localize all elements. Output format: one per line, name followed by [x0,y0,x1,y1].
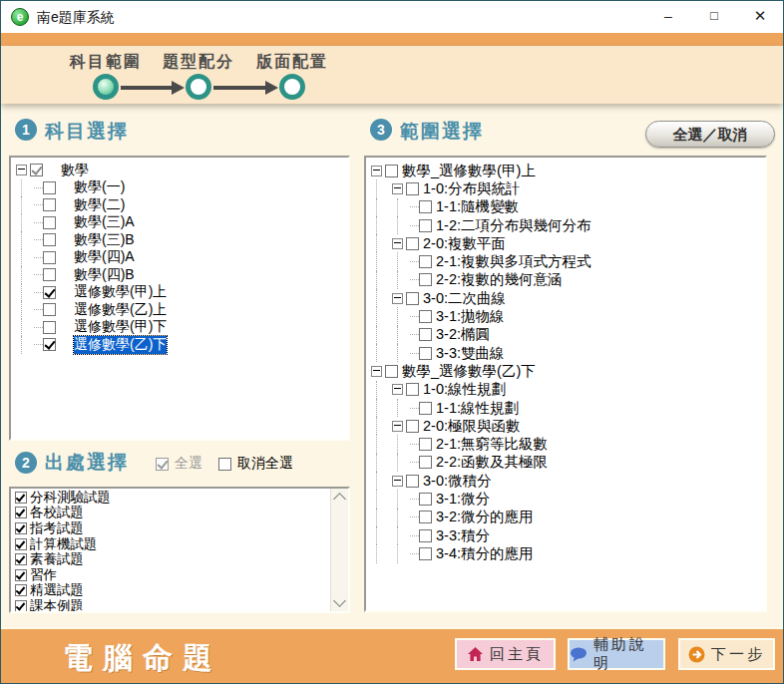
checkbox-icon[interactable] [419,310,432,323]
collapse-icon[interactable] [392,238,403,249]
collapse-icon[interactable] [392,476,403,487]
checkbox-icon[interactable] [15,507,27,518]
checkbox-icon[interactable] [43,198,56,211]
tree-item[interactable]: 1-2:二項分布與幾何分布 [368,216,763,234]
list-item[interactable]: 素養試題 [13,551,346,567]
list-item[interactable]: 課本例題 [13,598,346,613]
select-all-checkbox[interactable]: 全選 [156,455,202,473]
checkbox-icon[interactable] [419,511,432,523]
checkbox-icon[interactable] [15,538,27,550]
checkbox-icon[interactable] [406,237,419,250]
list-item[interactable]: 分科測驗試題 [13,490,346,506]
tree-item[interactable]: 3-0:二次曲線 [368,289,763,307]
checkbox-icon[interactable] [385,165,398,177]
checkbox-icon[interactable] [419,493,432,506]
checkbox-icon[interactable] [419,402,432,415]
tree-item[interactable]: 選修數學(甲)下 [13,319,346,337]
tree-item[interactable]: 1-0:線性規劃 [368,381,763,399]
checkbox-icon[interactable] [406,475,419,488]
list-item[interactable]: 精選試題 [13,583,346,599]
next-button[interactable]: 下一步 [678,638,775,670]
minimize-button[interactable]: – [645,1,691,33]
tree-item[interactable]: 3-4:積分的應用 [368,544,763,562]
tree-item[interactable]: 2-2:複數的幾何意涵 [368,271,763,289]
step-circle-1[interactable] [93,74,119,100]
collapse-icon[interactable] [392,293,403,304]
checkbox-icon[interactable] [15,553,27,565]
checkbox-icon[interactable] [15,569,27,581]
checkbox-icon[interactable] [406,420,419,433]
tree-item[interactable]: 3-1:拋物線 [368,307,763,325]
collapse-icon[interactable] [16,165,27,175]
checkbox-icon[interactable] [43,338,56,351]
tree-item[interactable]: 選修數學(乙)上 [13,301,346,319]
scrollbar[interactable] [330,489,348,611]
checkbox-icon[interactable] [419,547,432,560]
close-button[interactable]: ✕ [737,1,783,33]
tree-item[interactable]: 數學(一) [13,179,346,197]
help-button[interactable]: 輔助說明 [568,638,665,670]
tree-item[interactable]: 3-2:橢圓 [368,326,763,344]
checkbox-icon[interactable] [419,456,432,469]
checkbox-icon[interactable] [43,303,56,316]
checkbox-icon[interactable] [419,219,432,232]
list-item[interactable]: 計算機試題 [13,536,346,552]
tree-item[interactable]: 1-1:隨機變數 [368,198,763,216]
tree-item[interactable]: 3-2:微分的應用 [368,509,763,526]
checkbox-icon[interactable] [419,255,432,268]
tree-item[interactable]: 數學(二) [13,196,346,214]
checkbox-icon[interactable] [385,365,398,378]
maximize-button[interactable]: □ [691,1,737,33]
checkbox-icon[interactable] [30,164,43,176]
tree-item[interactable]: 選修數學(乙)下 [13,336,346,354]
step-circle-2[interactable] [186,74,211,100]
checkbox-icon[interactable] [419,328,432,341]
tree-item[interactable]: 3-3:雙曲線 [368,344,763,362]
checkbox-icon[interactable] [406,292,419,305]
deselect-all-checkbox[interactable]: 取消全選 [218,455,293,473]
collapse-icon[interactable] [371,366,382,377]
checkbox-icon[interactable] [419,438,432,451]
home-button[interactable]: 回主頁 [455,638,556,670]
checkbox-icon[interactable] [43,216,56,229]
checkbox-icon[interactable] [43,268,56,281]
list-item[interactable]: 各校試題 [13,506,346,521]
collapse-icon[interactable] [392,384,403,395]
checkbox-icon[interactable] [419,200,432,213]
checkbox-icon[interactable] [15,492,27,504]
checkbox-icon[interactable] [419,529,432,542]
list-item[interactable]: 習作 [13,567,346,583]
checkbox-icon[interactable] [43,181,56,194]
tree-item[interactable]: 選修數學(甲)上 [13,284,346,302]
tree-item[interactable]: 數學 [13,162,346,179]
tree-item[interactable]: 數學_選修數學(乙)下 [368,362,763,380]
checkbox-icon[interactable] [15,522,27,534]
tree-item[interactable]: 數學(四)A [13,249,346,267]
tree-item[interactable]: 1-0:分布與統計 [368,179,763,197]
tree-item[interactable]: 數學(三)A [13,214,346,232]
collapse-icon[interactable] [392,183,403,194]
tree-item[interactable]: 2-1:複數與多項式方程式 [368,252,763,270]
checkbox-icon[interactable] [15,600,27,612]
tree-item[interactable]: 3-3:積分 [368,526,763,544]
scroll-up-icon[interactable] [333,493,346,506]
scroll-down-icon[interactable] [333,594,346,607]
tree-item[interactable]: 1-1:線性規劃 [368,399,763,417]
checkbox-icon[interactable] [406,182,419,195]
tree-item[interactable]: 2-2:函數及其極限 [368,454,763,472]
step-circle-3[interactable] [279,74,305,100]
tree-item[interactable]: 數學_選修數學(甲)上 [368,162,763,179]
checkbox-icon[interactable] [43,286,56,299]
collapse-icon[interactable] [371,166,382,176]
tree-item[interactable]: 2-0:複數平面 [368,234,763,252]
tree-item[interactable]: 2-0:極限與函數 [368,417,763,435]
tree-item[interactable]: 數學(三)B [13,231,346,249]
tree-item[interactable]: 2-1:無窮等比級數 [368,435,763,453]
select-all-toggle-button[interactable]: 全選／取消 [645,121,775,148]
collapse-icon[interactable] [392,421,403,432]
tree-item[interactable]: 3-1:微分 [368,490,763,508]
checkbox-icon[interactable] [419,347,432,360]
checkbox-icon[interactable] [43,321,56,334]
list-item[interactable]: 指考試題 [13,520,346,536]
checkbox-icon[interactable] [419,273,432,286]
